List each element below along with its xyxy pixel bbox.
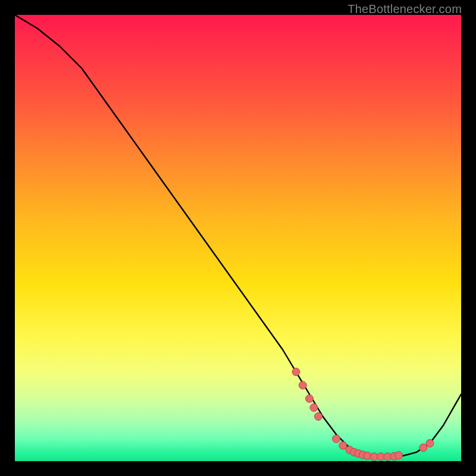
curve-markers	[292, 368, 434, 461]
plot-area	[15, 15, 461, 461]
curve-marker	[310, 404, 318, 412]
chart-container: TheBottlenecker.com	[0, 0, 476, 476]
curve-marker	[339, 441, 347, 449]
curve-marker	[315, 413, 322, 421]
curve-marker	[299, 381, 306, 389]
curve-svg	[15, 15, 461, 461]
curve-marker	[292, 368, 300, 376]
curve-marker	[333, 435, 340, 443]
curve-marker	[395, 452, 403, 459]
attribution-text: TheBottlenecker.com	[347, 2, 462, 16]
curve-line	[15, 15, 461, 457]
curve-marker	[426, 440, 434, 447]
curve-marker	[306, 395, 314, 403]
curve-marker	[419, 444, 427, 452]
